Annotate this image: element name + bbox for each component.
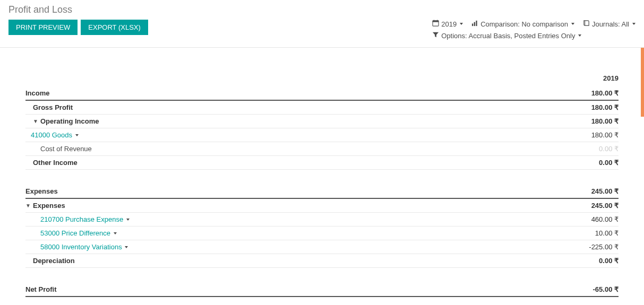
row-purchase-expense[interactable]: 210700 Purchase Expense 460.00 ₹ bbox=[25, 213, 619, 226]
row-label: Depreciation bbox=[33, 257, 75, 265]
toolbar-left: PRINT PREVIEW EXPORT (XLSX) bbox=[8, 20, 148, 35]
chevron-down-icon bbox=[578, 34, 581, 37]
row-value: 460.00 ₹ bbox=[591, 215, 619, 223]
page-title: Profit and Loss bbox=[8, 4, 636, 15]
row-other-income[interactable]: Other Income 0.00 ₹ bbox=[25, 156, 619, 170]
chevron-down-icon[interactable] bbox=[114, 232, 117, 234]
row-value: 0.00 ₹ bbox=[599, 257, 619, 265]
chevron-down-icon[interactable] bbox=[126, 219, 130, 221]
row-value: 180.00 ₹ bbox=[591, 103, 619, 111]
column-header-year: 2019 bbox=[25, 48, 619, 86]
row-cost-of-revenue[interactable]: Cost of Revenue 0.00 ₹ bbox=[25, 142, 619, 156]
row-value: 180.00 ₹ bbox=[591, 131, 619, 139]
row-41000-goods[interactable]: 41000 Goods 180.00 ₹ bbox=[25, 128, 619, 142]
section-income-value: 180.00 ₹ bbox=[591, 89, 619, 97]
section-expenses-label: Expenses bbox=[25, 187, 58, 195]
row-value: 10.00 ₹ bbox=[595, 229, 619, 237]
row-inventory-variations[interactable]: 58000 Inventory Variations -225.00 ₹ bbox=[25, 240, 619, 254]
row-value: -225.00 ₹ bbox=[589, 243, 619, 251]
filter-comparison-label: Comparison: No comparison bbox=[480, 20, 568, 28]
row-price-difference[interactable]: 53000 Price Difference 10.00 ₹ bbox=[25, 226, 619, 240]
row-operating-income[interactable]: ▼Operating Income 180.00 ₹ bbox=[25, 115, 619, 128]
toolbar: PRINT PREVIEW EXPORT (XLSX) 2019 Compari… bbox=[8, 20, 636, 40]
chevron-down-icon bbox=[460, 23, 463, 25]
section-expenses-header[interactable]: Expenses 245.00 ₹ bbox=[25, 185, 619, 199]
chevron-down-icon bbox=[632, 23, 636, 25]
scrollbar-thumb[interactable] bbox=[641, 48, 644, 117]
net-profit-label: Net Profit bbox=[25, 285, 57, 293]
net-profit-value: -65.00 ₹ bbox=[593, 285, 619, 293]
account-link[interactable]: 210700 Purchase Expense bbox=[40, 215, 123, 223]
export-xlsx-button[interactable]: EXPORT (XLSX) bbox=[81, 20, 148, 35]
chevron-down-icon bbox=[571, 23, 574, 25]
caret-down-icon[interactable]: ▼ bbox=[25, 203, 31, 208]
filter-options-label: Options: Accrual Basis, Posted Entries O… bbox=[441, 32, 575, 40]
filter-year-label: 2019 bbox=[441, 20, 457, 28]
account-link[interactable]: 41000 Goods bbox=[31, 131, 72, 139]
report-header: Profit and Loss PRINT PREVIEW EXPORT (XL… bbox=[0, 0, 644, 48]
row-label: Gross Profit bbox=[33, 103, 73, 111]
svg-rect-1 bbox=[433, 21, 439, 22]
row-value: 180.00 ₹ bbox=[591, 117, 619, 125]
calendar-icon bbox=[432, 20, 439, 28]
section-income-label: Income bbox=[25, 89, 50, 97]
svg-rect-3 bbox=[437, 20, 437, 21]
row-value: 0.00 ₹ bbox=[599, 159, 619, 167]
filter-comparison[interactable]: Comparison: No comparison bbox=[471, 20, 574, 28]
account-link[interactable]: 53000 Price Difference bbox=[40, 229, 110, 237]
section-income-header[interactable]: Income 180.00 ₹ bbox=[25, 86, 619, 101]
bar-chart-icon bbox=[471, 20, 478, 28]
row-net-profit[interactable]: Net Profit -65.00 ₹ bbox=[25, 283, 619, 297]
print-preview-button[interactable]: PRINT PREVIEW bbox=[8, 20, 78, 35]
filter-journals-label: Journals: All bbox=[592, 20, 629, 28]
row-label: Other Income bbox=[33, 159, 78, 167]
chevron-down-icon[interactable] bbox=[75, 134, 79, 136]
row-value: 0.00 ₹ bbox=[599, 145, 619, 153]
filter-icon bbox=[432, 31, 439, 40]
chevron-down-icon[interactable] bbox=[125, 246, 128, 248]
svg-rect-2 bbox=[434, 20, 434, 21]
filter-options[interactable]: Options: Accrual Basis, Posted Entries O… bbox=[432, 31, 581, 40]
account-link[interactable]: 58000 Inventory Variations bbox=[40, 243, 122, 251]
row-label: Operating Income bbox=[40, 117, 99, 125]
svg-rect-6 bbox=[476, 21, 477, 26]
row-value: 245.00 ₹ bbox=[591, 202, 619, 210]
caret-down-icon[interactable]: ▼ bbox=[33, 118, 38, 124]
row-expenses[interactable]: ▼Expenses 245.00 ₹ bbox=[25, 199, 619, 213]
filter-journals[interactable]: Journals: All bbox=[583, 20, 636, 28]
book-icon bbox=[583, 20, 590, 28]
row-label: Cost of Revenue bbox=[40, 145, 92, 153]
filter-year[interactable]: 2019 bbox=[432, 20, 463, 28]
svg-rect-4 bbox=[472, 23, 473, 26]
row-depreciation[interactable]: Depreciation 0.00 ₹ bbox=[25, 254, 619, 268]
section-expenses-value: 245.00 ₹ bbox=[591, 187, 619, 195]
report-body[interactable]: 2019 Income 180.00 ₹ Gross Profit 180.00… bbox=[0, 48, 644, 302]
row-gross-profit[interactable]: Gross Profit 180.00 ₹ bbox=[25, 101, 619, 115]
svg-rect-5 bbox=[474, 22, 475, 26]
row-label: Expenses bbox=[33, 202, 65, 210]
toolbar-right: 2019 Comparison: No comparison Journals:… bbox=[432, 20, 636, 40]
